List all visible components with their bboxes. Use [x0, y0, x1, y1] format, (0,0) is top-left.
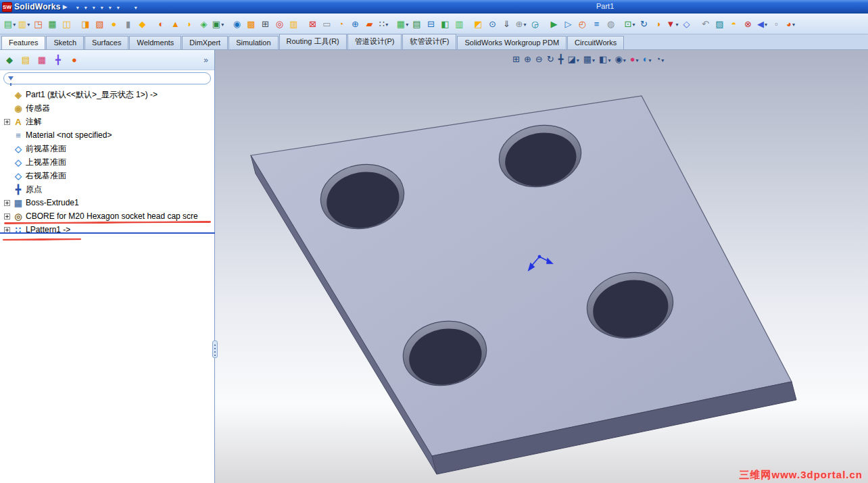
- tree-item[interactable]: ∷ LPattern1 ->: [0, 223, 214, 236]
- command-tab[interactable]: Features: [1, 36, 45, 49]
- featuremanager-tab-icon[interactable]: ◆: [3, 54, 16, 66]
- select-cursor-icon[interactable]: [115, 1, 121, 12]
- toolbar2-icon[interactable]: ◐: [154, 17, 168, 31]
- dropdown-caret-icon[interactable]: [764, 19, 767, 28]
- toolbar2-icon[interactable]: ▰: [362, 17, 377, 31]
- tree-item[interactable]: ▦ Boss-Extrude1: [0, 196, 214, 209]
- edit-appearance-icon[interactable]: ●: [629, 53, 640, 65]
- toolbar2-icon[interactable]: ◫: [59, 17, 74, 31]
- toolbar2-icon[interactable]: ◔: [334, 17, 348, 31]
- dropdown-caret-icon[interactable]: [26, 19, 30, 28]
- apply-scene-icon[interactable]: ◐: [642, 53, 653, 65]
- toolbar2-icon[interactable]: ⊡: [623, 17, 637, 31]
- options-icon[interactable]: [132, 1, 139, 12]
- toolbar2-icon[interactable]: ◈: [197, 17, 211, 31]
- toolbar2-icon[interactable]: ≡: [589, 17, 604, 31]
- toolbar2-icon[interactable]: ⊞: [258, 17, 272, 31]
- toolbar2-icon[interactable]: ◑: [651, 17, 665, 31]
- toolbar2-icon[interactable]: ▧: [93, 17, 107, 31]
- toolbar2-icon[interactable]: ◨: [78, 17, 93, 31]
- tree-item-part-root[interactable]: ◈ Part1 (默认<<默认>_显示状态 1>) ->: [0, 88, 214, 101]
- toolbar2-icon[interactable]: ◍: [604, 17, 618, 31]
- toolbar2-icon[interactable]: ◉: [230, 17, 244, 31]
- section-view-icon[interactable]: ◪: [566, 53, 580, 65]
- command-tab[interactable]: Routing 工具(R): [279, 34, 347, 49]
- dropdown-caret-icon[interactable]: [220, 19, 224, 28]
- dropdown-caret-icon[interactable]: [108, 2, 112, 11]
- toolbar2-icon[interactable]: ↶: [698, 17, 713, 31]
- dropdown-caret-icon[interactable]: [635, 55, 639, 64]
- toolbar2-icon[interactable]: ▶: [547, 17, 561, 31]
- rotate-view-icon[interactable]: ↻: [546, 53, 556, 65]
- toolbar2-icon[interactable]: ▤: [3, 17, 17, 31]
- dropdown-caret-icon[interactable]: [623, 55, 626, 64]
- dimxpertmanager-tab-icon[interactable]: ╋: [52, 54, 64, 66]
- toolbar2-icon[interactable]: ◎: [272, 17, 287, 31]
- dropdown-caret-icon[interactable]: [592, 55, 595, 64]
- open-folder-icon[interactable]: [82, 1, 89, 12]
- configurationmanager-tab-icon[interactable]: ▦: [36, 54, 48, 66]
- toolbar2-icon[interactable]: ⊙: [485, 17, 500, 31]
- dropdown-caret-icon[interactable]: [523, 19, 526, 28]
- rollback-bar[interactable]: [0, 232, 215, 234]
- feature-filter-input[interactable]: [17, 74, 206, 82]
- dropdown-caret-icon[interactable]: [648, 55, 651, 64]
- panel-overflow-chevron[interactable]: »: [203, 55, 211, 65]
- command-tab[interactable]: Simulation: [228, 36, 278, 49]
- dropdown-caret-icon[interactable]: [92, 2, 95, 11]
- dropdown-caret-icon[interactable]: [12, 19, 16, 28]
- dropdown-caret-icon[interactable]: [792, 19, 795, 28]
- expand-toggle[interactable]: [4, 213, 10, 220]
- toolbar2-icon[interactable]: ▦: [45, 17, 59, 31]
- command-tab[interactable]: SolidWorks Workgroup PDM: [457, 36, 566, 49]
- command-tab[interactable]: Weldments: [129, 36, 181, 49]
- undo-icon[interactable]: [107, 1, 113, 12]
- zoom-to-fit-icon[interactable]: ⊞: [511, 53, 521, 65]
- toolbar2-icon[interactable]: ⇓: [500, 17, 514, 31]
- dropdown-caret-icon[interactable]: [660, 55, 664, 64]
- toolbar2-icon[interactable]: ▷: [561, 17, 575, 31]
- toolbar2-icon[interactable]: ◴: [575, 17, 589, 31]
- toolbar2-icon[interactable]: ▨: [713, 17, 727, 31]
- pan-icon[interactable]: ╋: [557, 53, 565, 65]
- command-tab[interactable]: CircuitWorks: [567, 36, 624, 49]
- toolbar2-icon[interactable]: ▼: [665, 17, 679, 31]
- dropdown-caret-icon[interactable]: [134, 2, 137, 11]
- print-icon[interactable]: [99, 1, 105, 12]
- propertymanager-tab-icon[interactable]: ▤: [20, 54, 32, 66]
- command-tab[interactable]: 软管设计(F): [402, 34, 456, 49]
- dropdown-caret-icon[interactable]: [607, 55, 610, 64]
- toolbar2-icon[interactable]: ▥: [287, 17, 301, 31]
- dropdown-caret-icon[interactable]: [631, 19, 635, 28]
- dropdown-caret-icon[interactable]: [675, 19, 678, 28]
- toolbar2-icon[interactable]: ▤: [410, 17, 424, 31]
- tree-item[interactable]: ◇ 右视基准面: [0, 169, 214, 182]
- dropdown-caret-icon[interactable]: [385, 19, 388, 28]
- dropdown-caret-icon[interactable]: [405, 19, 408, 28]
- toolbar2-icon[interactable]: ▩: [244, 17, 258, 31]
- toolbar2-icon[interactable]: ⊠: [306, 17, 320, 31]
- view-settings-icon[interactable]: ◔: [654, 53, 666, 65]
- expand-toggle[interactable]: [4, 119, 10, 125]
- rebuild-icon[interactable]: [123, 6, 126, 7]
- menu-expand-arrow-icon[interactable]: ▶: [63, 3, 68, 10]
- toolbar2-icon[interactable]: ▥: [452, 17, 466, 31]
- command-tab[interactable]: 管道设计(P): [347, 34, 402, 49]
- toolbar2-icon[interactable]: ⊕: [514, 17, 528, 31]
- toolbar2-icon[interactable]: ▦: [395, 17, 410, 31]
- part-3d-view[interactable]: [215, 50, 867, 483]
- dropdown-caret-icon[interactable]: [100, 2, 103, 11]
- toolbar2-icon[interactable]: ↻: [637, 17, 651, 31]
- view-orientation-icon[interactable]: ▦: [582, 53, 596, 65]
- dropdown-caret-icon[interactable]: [116, 2, 120, 11]
- zoom-to-area-icon[interactable]: ⊕: [523, 53, 533, 65]
- file-properties-icon[interactable]: [128, 6, 130, 7]
- toolbar2-icon[interactable]: ⊗: [741, 17, 755, 31]
- new-document-icon[interactable]: [74, 1, 80, 12]
- dropdown-caret-icon[interactable]: [84, 2, 87, 11]
- toolbar2-icon[interactable]: ◆: [135, 17, 149, 31]
- toolbar2-icon[interactable]: ◶: [528, 17, 542, 31]
- toolbar2-icon[interactable]: ◧: [438, 17, 452, 31]
- tree-item[interactable]: ◉ 传感器: [0, 101, 214, 115]
- toolbar2-icon[interactable]: ◀: [755, 17, 769, 31]
